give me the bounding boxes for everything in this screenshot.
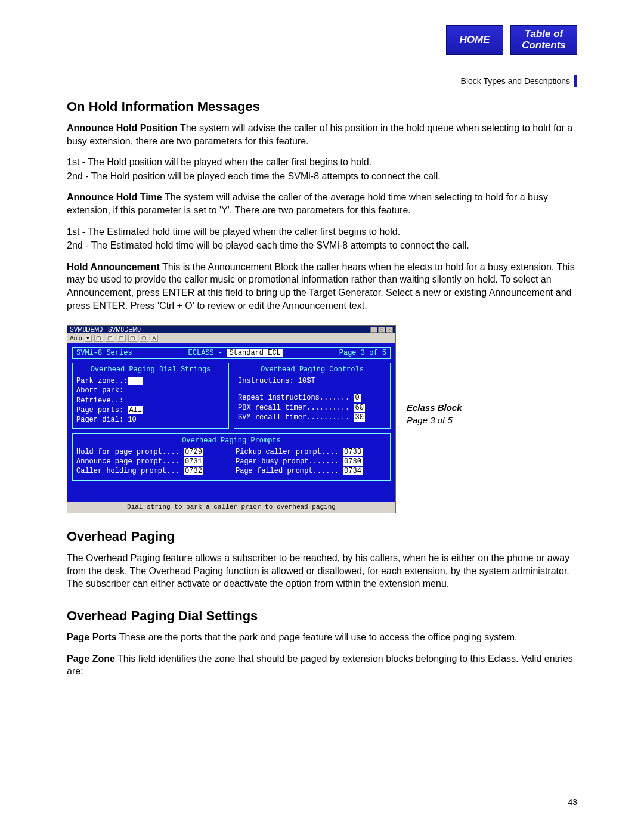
toc-line1: Table of bbox=[522, 29, 566, 40]
label-hold-announcement: Hold Announcement bbox=[67, 262, 160, 272]
divider bbox=[67, 69, 577, 69]
field-svm[interactable]: 30 bbox=[354, 413, 364, 422]
terminal-body: SVMi-8 Series ECLASS - Standard ECL Page… bbox=[67, 343, 395, 502]
panel-dial-strings: Overhead Paging Dial Strings Park zone..… bbox=[72, 363, 229, 429]
terminal-header-right: Page 3 of 5 bbox=[339, 349, 386, 357]
row-retrieve: Retrieve..: bbox=[76, 396, 225, 405]
panel-controls-title: Overhead Paging Controls bbox=[238, 366, 386, 374]
terminal-footer: Dial string to park a caller prior to ov… bbox=[67, 502, 395, 513]
breadcrumb-marker bbox=[574, 75, 577, 87]
terminal-header-left: SVMi-8 Series bbox=[76, 349, 132, 357]
text-page-zone: This field identifies the zone that shou… bbox=[67, 654, 573, 677]
terminal-title: SVM8DEM0 - SVM8DEM0 bbox=[70, 326, 141, 333]
prompt-right-2-label: Page failed prompt...... bbox=[236, 467, 339, 475]
label-announce-hold-time: Announce Hold Time bbox=[67, 192, 162, 202]
para-page-zone: Page Zone This field identifies the zone… bbox=[67, 652, 577, 678]
maximize-icon[interactable]: □ bbox=[378, 327, 385, 333]
heading-dial-settings: Overhead Paging Dial Settings bbox=[67, 608, 577, 624]
breadcrumb: Block Types and Descriptions bbox=[461, 76, 570, 86]
row-pbx-label: PBX recall timer.......... bbox=[238, 404, 349, 412]
prompt-right-1-label: Pager busy prompt....... bbox=[236, 457, 339, 466]
table-of-contents-button[interactable]: Table of Contents bbox=[510, 25, 577, 55]
home-button[interactable]: HOME bbox=[446, 25, 503, 55]
panel-dial-strings-title: Overhead Paging Dial Strings bbox=[76, 366, 225, 374]
toolbar-dropdown-icon[interactable]: ▾ bbox=[85, 335, 92, 342]
para-announce-hold-time: Announce Hold Time The system will advis… bbox=[67, 191, 577, 216]
panel-controls: Overhead Paging Controls Instructions: 1… bbox=[234, 363, 391, 429]
prompt-right-2-value[interactable]: 0734 bbox=[343, 467, 363, 475]
terminal-header-mid-label: ECLASS - bbox=[188, 349, 227, 357]
toolbar-btn-5[interactable]: ▢ bbox=[140, 335, 148, 342]
text-overhead-paging: The Overhead Paging feature allows a sub… bbox=[67, 552, 577, 590]
caption-title: Eclass Block bbox=[407, 402, 462, 413]
text-ht-1st: 1st - The Estimated hold time will be pl… bbox=[67, 225, 577, 239]
toc-line2: Contents bbox=[522, 40, 566, 51]
label-page-ports: Page Ports bbox=[67, 632, 117, 642]
prompt-left-1-label: Announce page prompt.... bbox=[76, 457, 179, 466]
spacer bbox=[238, 386, 386, 393]
text-page-ports: These are the ports that the park and pa… bbox=[117, 632, 518, 642]
heading-overhead-paging: Overhead Paging bbox=[67, 529, 577, 544]
row-instructions: Instructions: 10$T bbox=[238, 376, 386, 386]
terminal-header-row: SVMi-8 Series ECLASS - Standard ECL Page… bbox=[72, 347, 391, 359]
label-announce-hold-position: Announce Hold Position bbox=[67, 123, 178, 133]
field-park-zone[interactable] bbox=[128, 377, 143, 385]
panel-prompts-title: Overhead Paging Prompts bbox=[76, 436, 386, 445]
field-pager-dial: 10 bbox=[128, 416, 136, 424]
text-ht-2nd: 2nd - The Estimated hold time will be pl… bbox=[67, 239, 577, 252]
terminal-header-mid-value[interactable]: Standard ECL bbox=[227, 349, 283, 357]
toolbar-btn-2[interactable]: ▢ bbox=[106, 335, 114, 342]
row-page-ports-label: Page ports: bbox=[76, 406, 123, 414]
prompt-left-2-value[interactable]: 0732 bbox=[184, 467, 203, 475]
caption-page: Page 3 of 5 bbox=[407, 415, 462, 425]
row-repeat-label: Repeat instructions....... bbox=[238, 394, 349, 402]
text-hp-2nd: 2nd - The Hold position will be played e… bbox=[67, 170, 577, 183]
screenshot-caption: Eclass Block Page 3 of 5 bbox=[407, 402, 462, 513]
para-announce-hold-position: Announce Hold Position The system will a… bbox=[67, 122, 577, 147]
prompt-right-0-label: Pickup caller prompt.... bbox=[236, 448, 339, 456]
minimize-icon[interactable]: _ bbox=[370, 327, 377, 333]
prompt-left-0-label: Hold for page prompt.... bbox=[76, 448, 179, 456]
text-hp-1st: 1st - The Hold position will be played w… bbox=[67, 156, 577, 169]
close-icon[interactable]: × bbox=[386, 327, 393, 333]
field-pbx[interactable]: 60 bbox=[354, 404, 364, 412]
page-number: 43 bbox=[568, 797, 577, 807]
row-svm-label: SVM recall timer.......... bbox=[238, 413, 349, 422]
toolbar-btn-3[interactable]: ▢ bbox=[117, 335, 126, 342]
heading-on-hold: On Hold Information Messages bbox=[67, 99, 577, 114]
toolbar-btn-1[interactable]: ▢ bbox=[94, 335, 103, 342]
terminal-titlebar: SVM8DEM0 - SVM8DEM0 _ □ × bbox=[67, 326, 395, 333]
prompt-right-1-value[interactable]: 0730 bbox=[343, 457, 363, 466]
row-pager-dial-label: Pager dial: bbox=[76, 416, 123, 424]
label-page-zone: Page Zone bbox=[67, 654, 115, 664]
toolbar-btn-4[interactable]: ▢ bbox=[128, 335, 137, 342]
row-abort-park: Abort park: bbox=[76, 386, 225, 395]
eclass-terminal-window: SVM8DEM0 - SVM8DEM0 _ □ × Auto ▾ ▢ ▢ ▢ ▢… bbox=[67, 325, 396, 513]
row-park-zone: Park zone..: bbox=[76, 377, 128, 385]
prompt-left-0-value[interactable]: 0729 bbox=[184, 448, 203, 456]
prompt-left-1-value[interactable]: 0731 bbox=[184, 457, 203, 466]
terminal-toolbar: Auto ▾ ▢ ▢ ▢ ▢ ▢ A bbox=[67, 333, 395, 343]
toolbar-auto-label: Auto bbox=[70, 335, 82, 342]
prompt-left-2-label: Caller holding prompt... bbox=[76, 467, 179, 475]
toolbar-btn-6[interactable]: A bbox=[151, 335, 158, 342]
prompt-right-0-value[interactable]: 0733 bbox=[343, 448, 363, 456]
para-page-ports: Page Ports These are the ports that the … bbox=[67, 631, 577, 644]
field-repeat[interactable]: 0 bbox=[354, 394, 360, 402]
para-hold-announcement: Hold Announcement This is the Announceme… bbox=[67, 261, 577, 312]
panel-prompts: Overhead Paging Prompts Hold for page pr… bbox=[72, 433, 391, 481]
field-page-ports[interactable]: All bbox=[128, 406, 143, 414]
